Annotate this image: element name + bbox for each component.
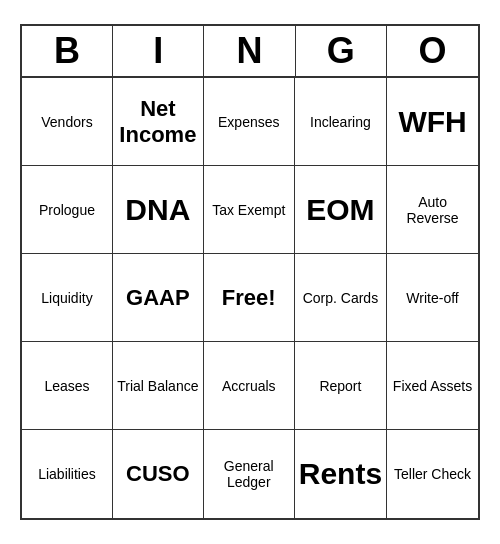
bingo-cell-2: Expenses — [204, 78, 295, 166]
bingo-cell-3: Inclearing — [295, 78, 387, 166]
bingo-cell-20: Liabilities — [22, 430, 113, 518]
bingo-cell-11: GAAP — [113, 254, 204, 342]
bingo-card: BINGO VendorsNet IncomeExpensesInclearin… — [20, 24, 480, 520]
bingo-cell-9: Auto Reverse — [387, 166, 478, 254]
bingo-cell-13: Corp. Cards — [295, 254, 387, 342]
bingo-cell-7: Tax Exempt — [204, 166, 295, 254]
bingo-cell-12: Free! — [204, 254, 295, 342]
bingo-cell-19: Fixed Assets — [387, 342, 478, 430]
bingo-cell-18: Report — [295, 342, 387, 430]
bingo-cell-17: Accruals — [204, 342, 295, 430]
bingo-cell-21: CUSO — [113, 430, 204, 518]
bingo-cell-4: WFH — [387, 78, 478, 166]
header-letter-I: I — [113, 26, 204, 76]
header-letter-B: B — [22, 26, 113, 76]
header-letter-G: G — [296, 26, 387, 76]
bingo-header: BINGO — [22, 26, 478, 78]
bingo-cell-23: Rents — [295, 430, 387, 518]
bingo-cell-24: Teller Check — [387, 430, 478, 518]
bingo-cell-15: Leases — [22, 342, 113, 430]
bingo-cell-6: DNA — [113, 166, 204, 254]
bingo-cell-0: Vendors — [22, 78, 113, 166]
header-letter-N: N — [204, 26, 295, 76]
bingo-cell-1: Net Income — [113, 78, 204, 166]
bingo-cell-5: Prologue — [22, 166, 113, 254]
bingo-cell-16: Trial Balance — [113, 342, 204, 430]
bingo-cell-22: General Ledger — [204, 430, 295, 518]
bingo-grid: VendorsNet IncomeExpensesInclearingWFHPr… — [22, 78, 478, 518]
bingo-cell-10: Liquidity — [22, 254, 113, 342]
bingo-cell-8: EOM — [295, 166, 387, 254]
bingo-cell-14: Write-off — [387, 254, 478, 342]
header-letter-O: O — [387, 26, 478, 76]
